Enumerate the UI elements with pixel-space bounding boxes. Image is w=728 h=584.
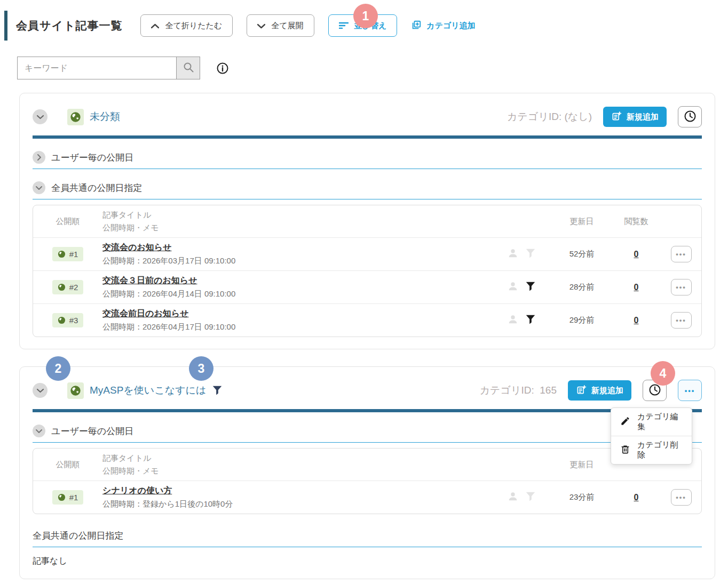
search-row bbox=[17, 57, 728, 79]
table-header-row: 公開順 記事タイトル 公開時期・メモ 更新日 bbox=[33, 449, 701, 481]
no-articles-text: 記事なし bbox=[33, 556, 702, 567]
category-title[interactable]: 未分類 bbox=[90, 110, 120, 124]
row-more-button[interactable]: ••• bbox=[671, 246, 692, 262]
article-title-link[interactable]: 交流会３日前のお知らせ bbox=[102, 275, 507, 286]
order-badge: #1 bbox=[52, 490, 84, 505]
sort-icon bbox=[339, 21, 349, 30]
globe-icon bbox=[58, 316, 66, 324]
article-cell: シナリオの使い方 公開時期：登録から1日後の10時0分 bbox=[102, 485, 507, 509]
new-article-button[interactable]: 新規追加 bbox=[603, 107, 667, 127]
section-expanded-chevron-down-icon[interactable] bbox=[33, 425, 45, 437]
row-more-button[interactable]: ••• bbox=[671, 489, 692, 506]
category-header-actions: カテゴリID: (なし) 新規追加 bbox=[507, 106, 702, 127]
article-period: 公開時期：登録から1日後の10時0分 bbox=[102, 499, 507, 509]
document-plus-icon bbox=[611, 111, 622, 123]
section-expanded-chevron-down-icon[interactable] bbox=[33, 181, 45, 194]
collapse-all-label: 全て折りたたむ bbox=[165, 21, 222, 31]
expand-all-label: 全て展開 bbox=[271, 21, 303, 31]
search-button[interactable] bbox=[176, 57, 200, 79]
globe-icon bbox=[58, 250, 66, 258]
section-user-publish-label: ユーザー毎の公開日 bbox=[51, 151, 133, 164]
article-title-link[interactable]: シナリオの使い方 bbox=[102, 485, 507, 497]
trash-icon bbox=[620, 444, 630, 456]
page: 会員サイト記事一覧 全て折りたたむ 全て展開 並び替え bbox=[0, 0, 728, 584]
article-views-link[interactable]: 0 bbox=[612, 316, 661, 325]
col-title: 記事タイトル 公開時期・メモ bbox=[102, 209, 507, 234]
category-more-button[interactable]: ••• bbox=[678, 380, 702, 401]
pencil-icon bbox=[620, 416, 630, 428]
filter-funnel-icon[interactable] bbox=[525, 247, 536, 261]
new-article-button[interactable]: 新規追加 bbox=[568, 380, 631, 401]
section-collapsed-chevron-right-icon[interactable] bbox=[33, 151, 45, 164]
category-title[interactable]: MyASPを使いこなすには bbox=[90, 383, 206, 397]
topbar-buttons: 全て折りたたむ 全て展開 並び替え bbox=[140, 14, 475, 37]
new-article-label: 新規追加 bbox=[591, 386, 623, 396]
article-updated: 52分前 bbox=[552, 249, 612, 259]
info-icon[interactable] bbox=[217, 62, 228, 74]
chevron-down-icon bbox=[257, 21, 265, 30]
article-cell: 交流会のお知らせ 公開時期：2026年03月17日 09:10:00 bbox=[102, 242, 507, 266]
category-header: MyASPを使いこなすには カテゴリID: 165 新規追加 bbox=[33, 377, 702, 404]
table-header-row: 公開順 記事タイトル 公開時期・メモ 更新日 閲覧数 bbox=[33, 205, 701, 237]
filter-funnel-icon[interactable] bbox=[525, 281, 536, 294]
expand-all-button[interactable]: 全て展開 bbox=[247, 14, 314, 37]
person-icon bbox=[507, 314, 519, 327]
person-icon bbox=[507, 247, 519, 261]
article-views-link[interactable]: 0 bbox=[612, 493, 661, 502]
col-updated: 更新日 bbox=[552, 217, 612, 227]
category-id: カテゴリID: 165 bbox=[480, 383, 557, 397]
row-more-button[interactable]: ••• bbox=[671, 312, 692, 329]
order-badge: #2 bbox=[52, 280, 84, 294]
articles-table: 公開順 記事タイトル 公開時期・メモ 更新日 閲覧数 #1 交流会のお知らせ bbox=[33, 205, 702, 337]
person-icon bbox=[507, 281, 519, 294]
article-cell: 交流会前日のお知らせ 公開時期：2026年04月17日 09:10:00 bbox=[102, 308, 507, 332]
col-updated: 更新日 bbox=[552, 460, 612, 470]
category-context-menu: カテゴリ編集 カテゴリ削除 bbox=[611, 407, 692, 465]
table-row: #2 交流会３日前のお知らせ 公開時期：2026年04月14日 09:10:00… bbox=[33, 270, 701, 303]
section-user-publish-label: ユーザー毎の公開日 bbox=[51, 425, 133, 437]
menu-item-delete-category[interactable]: カテゴリ削除 bbox=[611, 436, 692, 464]
section-common-publish-label: 全員共通の公開日指定 bbox=[51, 182, 142, 194]
section-common-publish: 全員共通の公開日指定 bbox=[33, 181, 702, 199]
table-row: #1 シナリオの使い方 公開時期：登録から1日後の10時0分 23分前 0 ••… bbox=[33, 481, 701, 514]
clock-icon bbox=[648, 383, 661, 398]
article-title-link[interactable]: 交流会のお知らせ bbox=[102, 242, 507, 253]
row-more-button[interactable]: ••• bbox=[671, 279, 692, 295]
filter-funnel-icon[interactable] bbox=[525, 314, 536, 327]
schedule-clock-button[interactable] bbox=[678, 106, 702, 127]
filter-funnel-icon[interactable] bbox=[525, 491, 536, 505]
article-updated: 29分前 bbox=[552, 315, 612, 325]
category-filter-funnel-icon[interactable] bbox=[211, 385, 223, 396]
table-row: #3 交流会前日のお知らせ 公開時期：2026年04月17日 09:10:00 … bbox=[33, 303, 701, 337]
col-views: 閲覧数 bbox=[612, 217, 661, 227]
row-icons bbox=[507, 314, 552, 327]
menu-item-label: カテゴリ削除 bbox=[637, 440, 683, 460]
page-title: 会員サイト記事一覧 bbox=[4, 11, 122, 41]
add-category-icon bbox=[411, 20, 422, 32]
category-collapse-button[interactable] bbox=[33, 383, 48, 398]
category-collapse-button[interactable] bbox=[33, 109, 48, 124]
search-icon bbox=[183, 62, 194, 74]
search-input[interactable] bbox=[17, 57, 176, 79]
article-views-link[interactable]: 0 bbox=[612, 283, 661, 292]
section-common-publish-label: 全員共通の公開日指定 bbox=[33, 530, 123, 542]
menu-item-edit-category[interactable]: カテゴリ編集 bbox=[611, 408, 692, 436]
add-category-link[interactable]: カテゴリ追加 bbox=[411, 20, 475, 32]
article-period: 公開時期：2026年03月17日 09:10:00 bbox=[102, 256, 507, 266]
article-title-link[interactable]: 交流会前日のお知らせ bbox=[102, 308, 507, 319]
section-common-publish: 全員共通の公開日指定 bbox=[33, 530, 702, 547]
collapse-all-button[interactable]: 全て折りたたむ bbox=[140, 14, 233, 37]
col-title: 記事タイトル 公開時期・メモ bbox=[102, 452, 507, 477]
header-divider bbox=[33, 409, 702, 412]
article-period: 公開時期：2026年04月14日 09:10:00 bbox=[102, 289, 507, 299]
col-order: 公開順 bbox=[33, 217, 102, 227]
category-card-unclassified: 未分類 カテゴリID: (なし) 新規追加 bbox=[19, 93, 715, 349]
annotation-badge-1: 1 bbox=[353, 4, 378, 28]
order-badge: #3 bbox=[52, 313, 84, 327]
ellipsis-icon: ••• bbox=[676, 251, 686, 258]
ellipsis-icon: ••• bbox=[676, 284, 686, 291]
article-views-link[interactable]: 0 bbox=[612, 250, 661, 259]
header-divider bbox=[33, 135, 702, 139]
globe-icon bbox=[67, 109, 84, 125]
article-cell: 交流会３日前のお知らせ 公開時期：2026年04月14日 09:10:00 bbox=[102, 275, 507, 299]
